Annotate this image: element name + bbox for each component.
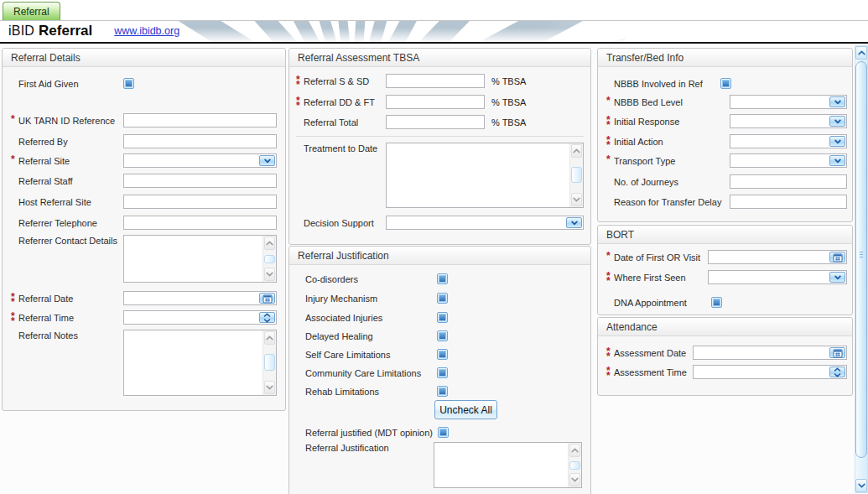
decision-support-combo-input[interactable] [387, 216, 565, 229]
rehab-limitations-checkbox[interactable] [437, 386, 448, 397]
chevron-down-icon [834, 159, 841, 164]
required-marker [298, 384, 305, 387]
required-marker [298, 329, 305, 332]
referral-site-combo-input[interactable] [124, 154, 258, 167]
referral-date-calendar-button[interactable] [259, 293, 275, 304]
referral-justified-mdt-checkbox[interactable] [438, 427, 449, 438]
referral-dd-ft-input[interactable] [386, 95, 485, 109]
transport-type-dropdown-button[interactable] [829, 155, 845, 166]
field-label: Referral Justification [305, 442, 434, 453]
field-label: Co-disorders [305, 273, 437, 284]
referral-staff-input[interactable] [123, 174, 277, 188]
referral-justification-textarea[interactable] [434, 442, 582, 488]
scroll-thumb[interactable] [264, 255, 275, 263]
initial-response-dropdown-button[interactable] [829, 116, 845, 127]
scroll-up-button[interactable] [264, 237, 275, 250]
referral-notes-textarea[interactable] [123, 330, 277, 396]
field-row-injury-mechanism: Injury Mechanism [298, 291, 582, 305]
field-row-host-referral-site: Host Referral Site [11, 195, 277, 209]
textarea-scrollbar[interactable] [262, 236, 276, 282]
textarea-scrollbar[interactable] [262, 330, 276, 395]
page-scrollbar[interactable] [855, 45, 868, 493]
date-of-first-or-visit-input[interactable] [709, 251, 829, 263]
scroll-down-button[interactable] [571, 193, 582, 206]
field-label: Referrer Telephone [18, 217, 123, 228]
required-marker: * [606, 153, 614, 162]
field-row-referral-total: Referral Total % TBSA [296, 115, 584, 129]
referral-s-sd-input[interactable] [386, 74, 485, 88]
host-referral-site-input[interactable] [123, 195, 277, 209]
scroll-down-button[interactable] [569, 473, 580, 486]
nbbb-bed-level-dropdown-button[interactable] [829, 96, 845, 107]
no-of-journeys-input[interactable] [730, 174, 847, 189]
tab-referral[interactable]: Referral [3, 2, 60, 20]
assessment-date-input[interactable] [694, 346, 829, 359]
field-label: Referral Notes [18, 330, 123, 341]
group-attendance: Attendance ** Assessment Date ** Assessm… [597, 317, 853, 396]
tbsa-suffix: % TBSA [491, 76, 526, 86]
scroll-up-button[interactable] [571, 144, 582, 158]
required-marker: ** [296, 74, 304, 87]
referred-by-input[interactable] [123, 134, 277, 148]
scroll-thumb[interactable] [571, 167, 582, 184]
scroll-thumb[interactable] [264, 354, 275, 371]
initial-action-dropdown-button[interactable] [829, 136, 845, 147]
transport-type-combo-input[interactable] [730, 154, 829, 167]
co-disorders-checkbox[interactable] [437, 273, 448, 284]
field-label: Referral Date [18, 293, 123, 304]
referral-time-spinner-button[interactable] [259, 312, 275, 323]
field-row-self-care-limitations: Self Care Limitations [298, 347, 582, 361]
required-marker [11, 76, 18, 80]
textarea-scrollbar[interactable] [569, 143, 583, 207]
field-row-nbbb-involved: NBBB Involved in Ref [606, 76, 847, 91]
where-first-seen-dropdown-button[interactable] [829, 272, 845, 283]
field-label: Host Referral Site [18, 196, 123, 207]
reason-for-transfer-delay-input[interactable] [730, 195, 847, 209]
nbbb-involved-checkbox[interactable] [720, 78, 731, 89]
injury-mechanism-checkbox[interactable] [437, 293, 448, 304]
community-care-limitations-checkbox[interactable] [437, 367, 448, 378]
referrer-contact-details-textarea[interactable] [123, 235, 277, 283]
where-first-seen-combo-input[interactable] [709, 271, 829, 283]
uncheck-all-button[interactable]: Uncheck All [434, 400, 497, 419]
checkbox-fill-icon [125, 80, 133, 87]
referral-time-input[interactable] [124, 311, 258, 324]
assessment-time-spinner-button[interactable] [829, 367, 845, 377]
scroll-down-button[interactable] [264, 381, 275, 394]
scroll-up-button[interactable] [264, 331, 275, 345]
referral-total-input[interactable] [386, 115, 485, 129]
nbbb-bed-level-combo-input[interactable] [730, 96, 829, 108]
dna-appointment-checkbox[interactable] [711, 297, 722, 308]
decision-support-dropdown-button[interactable] [566, 217, 582, 228]
referrer-telephone-input[interactable] [123, 216, 277, 230]
scroll-thumb[interactable] [569, 461, 580, 469]
self-care-limitations-checkbox[interactable] [437, 349, 448, 360]
date-of-first-or-visit-calendar-button[interactable] [829, 252, 845, 263]
delayed-healing-checkbox[interactable] [437, 330, 448, 341]
field-label: NBBB Involved in Ref [614, 78, 730, 89]
page-scroll-down-button[interactable] [855, 479, 867, 492]
textarea-scrollbar[interactable] [568, 443, 581, 487]
assessment-date-calendar-button[interactable] [829, 347, 845, 358]
scroll-down-button[interactable] [264, 268, 275, 281]
tab-referral-label: Referral [13, 6, 49, 18]
website-link[interactable]: www.ibidb.org [114, 25, 179, 37]
required-marker: ** [11, 310, 18, 324]
initial-action-combo-input[interactable] [730, 135, 829, 148]
uk-tarn-id-input[interactable] [123, 113, 277, 127]
associated-injuries-checkbox[interactable] [437, 312, 448, 323]
assessment-time-input[interactable] [694, 366, 829, 378]
scroll-up-button[interactable] [569, 444, 580, 457]
first-aid-given-checkbox[interactable] [123, 78, 134, 89]
field-label: Injury Mechanism [305, 293, 437, 304]
chevron-down-icon [834, 100, 841, 105]
initial-response-combo-input[interactable] [730, 115, 829, 127]
field-row-no-of-journeys: No. of Journeys [606, 174, 847, 189]
referral-date-input[interactable] [124, 292, 258, 304]
treatment-to-date-textarea[interactable] [386, 143, 584, 208]
page-scroll-up-button[interactable] [855, 46, 867, 60]
field-row-referral-site: * Referral Site [11, 153, 277, 168]
required-marker: ** [606, 270, 614, 283]
page-scroll-thumb[interactable] [855, 61, 867, 458]
referral-site-dropdown-button[interactable] [259, 155, 275, 166]
